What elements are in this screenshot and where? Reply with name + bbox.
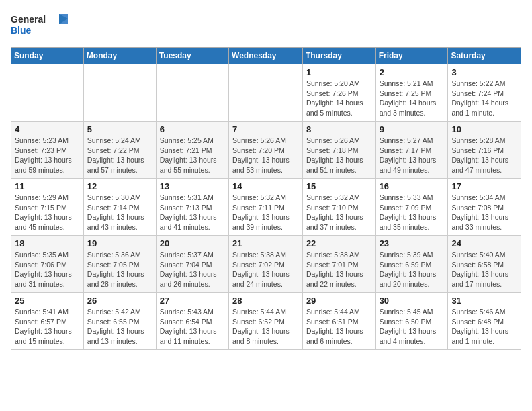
calendar-cell: 20Sunrise: 5:37 AM Sunset: 7:04 PM Dayli… [156,236,228,293]
day-number: 3 [451,67,517,77]
day-number: 24 [451,238,517,248]
day-number: 13 [160,181,225,191]
day-number: 18 [15,238,80,248]
day-info: Sunrise: 5:32 AM Sunset: 7:11 PM Dayligh… [232,193,299,232]
day-info: Sunrise: 5:38 AM Sunset: 7:01 PM Dayligh… [306,250,372,289]
day-info: Sunrise: 5:42 AM Sunset: 6:55 PM Dayligh… [87,307,152,347]
weekday-header-row: SundayMondayTuesdayWednesdayThursdayFrid… [11,48,521,64]
day-number: 12 [87,181,152,191]
day-number: 28 [232,295,299,306]
logo: General Blue [11,11,78,40]
day-info: Sunrise: 5:41 AM Sunset: 6:57 PM Dayligh… [15,307,80,347]
day-number: 9 [380,124,445,134]
calendar-cell: 8Sunrise: 5:26 AM Sunset: 7:18 PM Daylig… [302,122,375,179]
day-info: Sunrise: 5:28 AM Sunset: 7:16 PM Dayligh… [451,136,517,175]
calendar-table: SundayMondayTuesdayWednesdayThursdayFrid… [11,47,521,350]
day-number: 4 [15,124,80,134]
svg-text:Blue: Blue [11,25,32,36]
weekday-header-saturday: Saturday [448,48,521,64]
weekday-header-tuesday: Tuesday [156,48,228,64]
day-number: 23 [380,238,445,248]
calendar-week-3: 11Sunrise: 5:29 AM Sunset: 7:15 PM Dayli… [11,179,521,236]
day-number: 17 [451,181,517,191]
calendar-cell: 16Sunrise: 5:33 AM Sunset: 7:09 PM Dayli… [375,179,448,236]
weekday-header-friday: Friday [375,48,448,64]
day-number: 31 [451,295,517,306]
day-number: 25 [15,295,80,306]
calendar-cell: 27Sunrise: 5:43 AM Sunset: 6:54 PM Dayli… [156,293,228,350]
calendar-week-5: 25Sunrise: 5:41 AM Sunset: 6:57 PM Dayli… [11,293,521,350]
calendar-cell [156,64,228,122]
calendar-cell: 1Sunrise: 5:20 AM Sunset: 7:26 PM Daylig… [302,64,375,122]
day-info: Sunrise: 5:26 AM Sunset: 7:20 PM Dayligh… [232,136,299,175]
day-info: Sunrise: 5:27 AM Sunset: 7:17 PM Dayligh… [380,136,445,175]
calendar-cell: 23Sunrise: 5:39 AM Sunset: 6:59 PM Dayli… [375,236,448,293]
calendar-cell: 10Sunrise: 5:28 AM Sunset: 7:16 PM Dayli… [448,122,521,179]
calendar-cell: 4Sunrise: 5:23 AM Sunset: 7:23 PM Daylig… [11,122,84,179]
calendar-cell: 12Sunrise: 5:30 AM Sunset: 7:14 PM Dayli… [83,179,156,236]
day-info: Sunrise: 5:40 AM Sunset: 6:58 PM Dayligh… [451,250,517,289]
calendar-cell: 7Sunrise: 5:26 AM Sunset: 7:20 PM Daylig… [229,122,303,179]
calendar-cell: 3Sunrise: 5:22 AM Sunset: 7:24 PM Daylig… [448,64,521,122]
day-info: Sunrise: 5:39 AM Sunset: 6:59 PM Dayligh… [380,250,445,289]
day-info: Sunrise: 5:31 AM Sunset: 7:13 PM Dayligh… [160,193,225,232]
day-info: Sunrise: 5:33 AM Sunset: 7:09 PM Dayligh… [380,193,445,232]
day-info: Sunrise: 5:44 AM Sunset: 6:51 PM Dayligh… [306,307,372,347]
svg-text:General: General [11,14,46,25]
calendar-cell: 25Sunrise: 5:41 AM Sunset: 6:57 PM Dayli… [11,293,84,350]
day-info: Sunrise: 5:23 AM Sunset: 7:23 PM Dayligh… [15,136,80,175]
day-info: Sunrise: 5:24 AM Sunset: 7:22 PM Dayligh… [87,136,152,175]
calendar-week-2: 4Sunrise: 5:23 AM Sunset: 7:23 PM Daylig… [11,122,521,179]
calendar-cell: 21Sunrise: 5:38 AM Sunset: 7:02 PM Dayli… [229,236,303,293]
day-info: Sunrise: 5:36 AM Sunset: 7:05 PM Dayligh… [87,250,152,289]
day-info: Sunrise: 5:38 AM Sunset: 7:02 PM Dayligh… [232,250,299,289]
day-number: 26 [87,295,152,306]
weekday-header-sunday: Sunday [11,48,84,64]
day-number: 10 [451,124,517,134]
day-number: 2 [380,67,445,77]
calendar-cell: 28Sunrise: 5:44 AM Sunset: 6:52 PM Dayli… [229,293,303,350]
day-info: Sunrise: 5:30 AM Sunset: 7:14 PM Dayligh… [87,193,152,232]
day-number: 19 [87,238,152,248]
day-info: Sunrise: 5:35 AM Sunset: 7:06 PM Dayligh… [15,250,80,289]
calendar-cell: 13Sunrise: 5:31 AM Sunset: 7:13 PM Dayli… [156,179,228,236]
calendar-cell: 19Sunrise: 5:36 AM Sunset: 7:05 PM Dayli… [83,236,156,293]
day-number: 6 [160,124,225,134]
calendar-cell [83,64,156,122]
day-number: 5 [87,124,152,134]
day-number: 14 [232,181,299,191]
day-info: Sunrise: 5:37 AM Sunset: 7:04 PM Dayligh… [160,250,225,289]
calendar-cell [11,64,84,122]
day-info: Sunrise: 5:34 AM Sunset: 7:08 PM Dayligh… [451,193,517,232]
weekday-header-thursday: Thursday [302,48,375,64]
calendar-cell: 17Sunrise: 5:34 AM Sunset: 7:08 PM Dayli… [448,179,521,236]
day-number: 27 [160,295,225,306]
day-number: 1 [306,67,372,77]
day-info: Sunrise: 5:46 AM Sunset: 6:48 PM Dayligh… [451,307,517,347]
day-number: 8 [306,124,372,134]
day-number: 30 [380,295,445,306]
calendar-cell: 22Sunrise: 5:38 AM Sunset: 7:01 PM Dayli… [302,236,375,293]
calendar-cell: 30Sunrise: 5:45 AM Sunset: 6:50 PM Dayli… [375,293,448,350]
calendar-cell: 5Sunrise: 5:24 AM Sunset: 7:22 PM Daylig… [83,122,156,179]
day-info: Sunrise: 5:20 AM Sunset: 7:26 PM Dayligh… [306,79,372,118]
day-number: 29 [306,295,372,306]
calendar-cell [229,64,303,122]
weekday-header-monday: Monday [83,48,156,64]
day-info: Sunrise: 5:29 AM Sunset: 7:15 PM Dayligh… [15,193,80,232]
calendar-cell: 24Sunrise: 5:40 AM Sunset: 6:58 PM Dayli… [448,236,521,293]
calendar-cell: 2Sunrise: 5:21 AM Sunset: 7:25 PM Daylig… [375,64,448,122]
day-info: Sunrise: 5:26 AM Sunset: 7:18 PM Dayligh… [306,136,372,175]
day-info: Sunrise: 5:45 AM Sunset: 6:50 PM Dayligh… [380,307,445,347]
day-info: Sunrise: 5:22 AM Sunset: 7:24 PM Dayligh… [451,79,517,118]
calendar-week-1: 1Sunrise: 5:20 AM Sunset: 7:26 PM Daylig… [11,64,521,122]
day-number: 11 [15,181,80,191]
calendar-week-4: 18Sunrise: 5:35 AM Sunset: 7:06 PM Dayli… [11,236,521,293]
calendar-cell: 6Sunrise: 5:25 AM Sunset: 7:21 PM Daylig… [156,122,228,179]
calendar-cell: 15Sunrise: 5:32 AM Sunset: 7:10 PM Dayli… [302,179,375,236]
day-number: 7 [232,124,299,134]
weekday-header-wednesday: Wednesday [229,48,303,64]
page-header: General Blue [11,11,521,40]
calendar-cell: 9Sunrise: 5:27 AM Sunset: 7:17 PM Daylig… [375,122,448,179]
day-info: Sunrise: 5:21 AM Sunset: 7:25 PM Dayligh… [380,79,445,118]
